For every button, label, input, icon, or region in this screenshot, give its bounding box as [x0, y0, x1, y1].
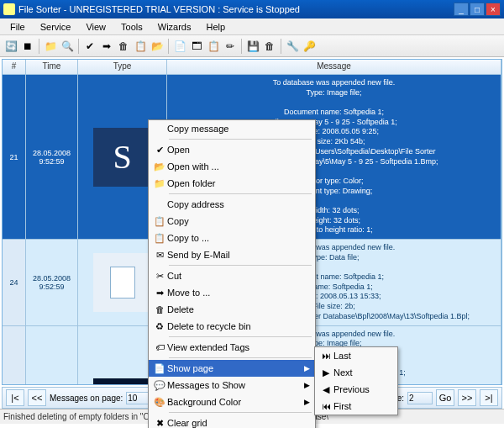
- ctx-move-to-[interactable]: ➡Move to ...: [149, 284, 315, 301]
- tb-delete2-icon[interactable]: 🗑: [262, 39, 277, 54]
- file-icon: [93, 253, 152, 312]
- context-menu: Copy message✔Open📂Open with ...📁Open fol…: [148, 119, 316, 428]
- ctx-open[interactable]: ✔Open: [149, 141, 315, 158]
- ctx-sub-last[interactable]: ⏭Last: [315, 347, 397, 364]
- tb-doc-icon[interactable]: 📄: [172, 39, 187, 54]
- tb-save-icon[interactable]: 💾: [245, 39, 260, 54]
- col-num[interactable]: #: [3, 60, 26, 74]
- ctx-copy-message[interactable]: Copy message: [149, 120, 315, 137]
- tb-refresh-icon[interactable]: 🔄: [3, 39, 18, 54]
- go-button[interactable]: Go: [436, 389, 454, 406]
- ctx-copy-address[interactable]: Copy address: [149, 196, 315, 213]
- thumbnail-icon: [93, 378, 152, 384]
- menu-help[interactable]: Help: [200, 20, 233, 34]
- ctx-open-folder[interactable]: 📁Open folder: [149, 175, 315, 192]
- ctx-sub-previous[interactable]: ◀Previous: [315, 381, 397, 398]
- ctx-show-page[interactable]: 📄Show page▶: [149, 360, 315, 377]
- tb-delete-icon[interactable]: 🗑: [116, 39, 131, 54]
- col-msg[interactable]: Message: [167, 60, 501, 74]
- cell-time: 28.05.20089:52:59: [26, 326, 78, 385]
- tb-zoom-icon[interactable]: 🔍: [60, 39, 75, 54]
- ctx-send-by-e-mail[interactable]: ✉Send by E-Mail: [149, 246, 315, 263]
- col-time[interactable]: Time: [26, 60, 78, 74]
- ctx-messages-to-show[interactable]: 💬Messages to Show▶: [149, 377, 315, 394]
- grid-header: # Time Type Message: [3, 60, 501, 75]
- ctx-copy[interactable]: 📋Copy: [149, 213, 315, 230]
- menubar: File Service View Tools Wizards Help: [0, 18, 504, 35]
- cell-time: 28.05.20089:52:59: [26, 75, 78, 239]
- app-icon: [3, 3, 15, 15]
- cell-num: 24: [3, 240, 26, 325]
- last-page-button[interactable]: >|: [480, 389, 498, 406]
- cell-num: 21: [3, 75, 26, 239]
- ctx-cut[interactable]: ✂Cut: [149, 267, 315, 284]
- tb-check-icon[interactable]: ✔: [82, 39, 97, 54]
- ctx-sub-next[interactable]: ▶Next: [315, 364, 397, 381]
- menu-file[interactable]: File: [3, 20, 32, 34]
- tb-edit-icon[interactable]: ✏: [223, 39, 238, 54]
- window-title: File Sorter - UNREGISTERED TRIAL VERSION…: [18, 4, 300, 14]
- tb-key-icon[interactable]: 🔑: [302, 39, 317, 54]
- titlebar: File Sorter - UNREGISTERED TRIAL VERSION…: [0, 0, 504, 18]
- ctx-background-color[interactable]: 🎨Background Color▶: [149, 394, 315, 410]
- cell-num: 28: [3, 326, 26, 385]
- ctx-delete[interactable]: 🗑Delete: [149, 301, 315, 318]
- ctx-clear-grid[interactable]: ✖Clear grid: [149, 415, 315, 428]
- first-page-button[interactable]: |<: [6, 389, 24, 406]
- minimize-button[interactable]: _: [454, 3, 469, 16]
- tb-folder-icon[interactable]: 📁: [43, 39, 58, 54]
- col-type[interactable]: Type: [78, 60, 167, 74]
- goto-page-input[interactable]: [407, 392, 433, 404]
- ctx-copy-to-[interactable]: 📋Copy to ...: [149, 230, 315, 246]
- ctx-delete-to-recycle-bin[interactable]: ♻Delete to recycle bin: [149, 318, 315, 335]
- thumbnail-icon: S: [93, 128, 152, 187]
- ctx-open-with-[interactable]: 📂Open with ...: [149, 158, 315, 175]
- menu-service[interactable]: Service: [34, 20, 78, 34]
- next-page-button[interactable]: >>: [458, 389, 476, 406]
- tb-stop-icon[interactable]: ⏹: [20, 39, 35, 54]
- ctx-sub-first[interactable]: ⏮First: [315, 398, 397, 415]
- tb-win-icon[interactable]: 🗔: [189, 39, 204, 54]
- close-button[interactable]: ×: [486, 3, 501, 16]
- menu-view[interactable]: View: [79, 20, 113, 34]
- tb-arrow-icon[interactable]: ➡: [99, 39, 114, 54]
- toolbar: 🔄 ⏹ 📁 🔍 ✔ ➡ 🗑 📋 📂 📄 🗔 📋 ✏ 💾 🗑 🔧 🔑: [0, 35, 504, 57]
- prev-page-button[interactable]: <<: [28, 389, 46, 406]
- tb-list-icon[interactable]: 📋: [206, 39, 221, 54]
- context-submenu: ⏭Last▶Next◀Previous⏮First: [314, 346, 398, 415]
- tb-open-icon[interactable]: 📂: [150, 39, 165, 54]
- tb-clip-icon[interactable]: 📋: [133, 39, 148, 54]
- menu-wizards[interactable]: Wizards: [151, 20, 198, 34]
- menu-tools[interactable]: Tools: [114, 20, 150, 34]
- cell-time: 28.05.20089:52:59: [26, 240, 78, 325]
- msgs-label: Messages on page:: [50, 394, 123, 403]
- ctx-view-extended-tags[interactable]: 🏷View extended Tags: [149, 339, 315, 356]
- tb-wizard-icon[interactable]: 🔧: [285, 39, 300, 54]
- maximize-button[interactable]: □: [470, 3, 485, 16]
